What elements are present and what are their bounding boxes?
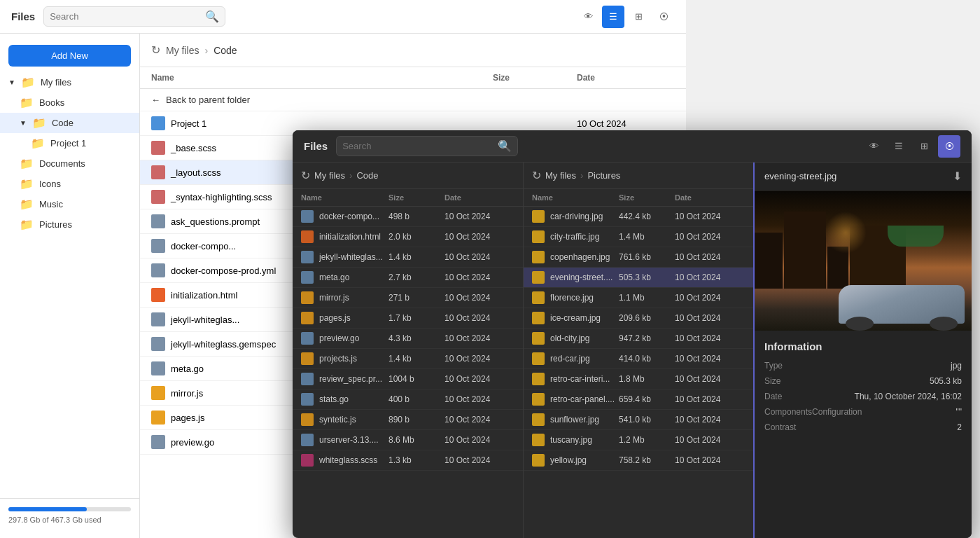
search-icon-dark: 🔍 (498, 139, 512, 153)
sidebar-item-documents[interactable]: 📁 Documents (0, 153, 139, 174)
scss-icon-dark-whiteglass (301, 454, 314, 467)
sidebar-item-myfiles[interactable]: ▼ 📁 My files (0, 72, 139, 92)
grid-view-btn[interactable]: ⊞ (627, 6, 650, 28)
dark-refresh-pictures[interactable]: ↻ (532, 169, 541, 182)
dark-row-mirror-js[interactable]: mirror.js 271 b 10 Oct 2024 (293, 288, 523, 308)
dark-list-btn[interactable]: ☰ (888, 135, 910, 158)
folder-icon-project1 (151, 116, 165, 130)
sidebar-item-icons[interactable]: 📁 Icons (0, 174, 139, 194)
gemspec-icon (151, 337, 165, 351)
dark-row-review[interactable]: review_spec.pr... 1004 b 10 Oct 2024 (293, 369, 523, 389)
info-label-date: Date (764, 392, 782, 401)
sidebar-item-code[interactable]: ▼ 📁 Code (0, 113, 139, 133)
breadcrumb-separator: › (204, 45, 208, 56)
scss-icon-syntax (151, 190, 165, 204)
eye-view-btn[interactable]: 👁 (577, 6, 599, 28)
info-filename: evening-street.jpg (764, 171, 836, 181)
txt-icon-dark-review (301, 373, 314, 385)
dark-row-florence[interactable]: florence.jpg 1.1 Mb 10 Oct 2024 (524, 288, 753, 308)
street-scene-preview (755, 191, 972, 331)
dark-breadcrumb-code: ↻ My files › Code (293, 163, 523, 189)
dark-grid-btn[interactable]: ⊞ (913, 135, 935, 158)
jpg-icon-old-city (532, 332, 545, 345)
breadcrumb-current: Code (214, 45, 237, 56)
dark-row-evening-street[interactable]: evening-street.... 505.3 kb 10 Oct 2024 (524, 268, 753, 288)
search-bar-light[interactable]: 🔍 (43, 6, 225, 27)
sidebar-label-pictures: Pictures (39, 219, 72, 230)
folder-project1-icon: 📁 (31, 137, 45, 150)
bc-myfiles-pictures[interactable]: My files (545, 170, 576, 181)
search-bar-dark[interactable]: 🔍 (336, 136, 518, 156)
folder-books-icon: 📁 (20, 96, 34, 109)
dark-row-yellow[interactable]: yellow.jpg 758.2 kb 10 Oct 2024 (524, 450, 753, 471)
yml-icon-prod (151, 263, 165, 277)
jpg-icon-copenhagen (532, 251, 545, 263)
jpg-icon-florence (532, 291, 545, 304)
dark-row-whiteglass-scss[interactable]: whiteglass.scss 1.3 kb 10 Oct 2024 (293, 450, 523, 471)
dark-row-sunflower[interactable]: sunflower.jpg 541.0 kb 10 Oct 2024 (524, 410, 753, 430)
sidebar-item-music[interactable]: 📁 Music (0, 194, 139, 214)
back-arrow-icon: ← (151, 95, 160, 105)
dark-row-docker[interactable]: docker-compo... 498 b 10 Oct 2024 (293, 207, 523, 227)
chevron-down-icon-code: ▼ (20, 119, 27, 127)
dark-row-jekyll[interactable]: jekyll-whiteglas... 1.4 kb 10 Oct 2024 (293, 247, 523, 268)
storage-bar-background (8, 507, 131, 511)
sidebar-label-icons: Icons (39, 179, 61, 189)
dark-row-car-driving[interactable]: car-driving.jpg 442.4 kb 10 Oct 2024 (524, 207, 753, 227)
dark-row-init-html[interactable]: initialization.html 2.0 kb 10 Oct 2024 (293, 227, 523, 247)
sidebar-item-project1[interactable]: 📁 Project 1 (0, 133, 139, 153)
scss-icon (151, 141, 165, 155)
dark-row-pages-js[interactable]: pages.js 1.7 kb 10 Oct 2024 (293, 308, 523, 329)
sidebar-item-books[interactable]: 📁 Books (0, 92, 139, 113)
dark-file-header-code: Name Size Date (293, 189, 523, 207)
col-date-dark-pic: Date (675, 193, 745, 202)
info-value-size: 505.3 kb (930, 376, 962, 386)
info-row-size: Size 505.3 kb (764, 376, 962, 386)
dark-eye-btn[interactable]: 👁 (862, 135, 885, 158)
dark-row-old-city[interactable]: old-city.jpg 947.2 kb 10 Oct 2024 (524, 329, 753, 349)
dark-row-retro-car-interi[interactable]: retro-car-interi... 1.8 Mb 10 Oct 2024 (524, 369, 753, 389)
sidebar-nav: ▼ 📁 My files 📁 Books ▼ 📁 Code 📁 Project … (0, 72, 139, 235)
columns-view-btn[interactable]: ⦿ (652, 6, 675, 28)
dark-row-stats-go[interactable]: stats.go 400 b 10 Oct 2024 (293, 389, 523, 410)
view-controls-light: 👁 ☰ ⊞ ⦿ (577, 6, 675, 28)
txt-icon-jekyll (151, 312, 165, 326)
refresh-button-light[interactable]: ↻ (151, 43, 160, 57)
dark-row-retro-car-panel[interactable]: retro-car-panel.... 659.4 kb 10 Oct 2024 (524, 389, 753, 410)
dark-columns-btn[interactable]: ⦿ (938, 135, 960, 158)
dark-row-projects-js[interactable]: projects.js 1.4 kb 10 Oct 2024 (293, 349, 523, 369)
car-silhouette (832, 261, 972, 331)
dark-row-urserver[interactable]: urserver-3.13.... 8.6 Mb 10 Oct 2024 (293, 430, 523, 450)
breadcrumb-root[interactable]: My files (166, 45, 199, 56)
list-view-btn[interactable]: ☰ (602, 6, 624, 28)
dark-row-red-car[interactable]: red-car.jpg 414.0 kb 10 Oct 2024 (524, 349, 753, 369)
search-input-dark[interactable] (342, 141, 493, 151)
info-label-size: Size (764, 376, 780, 386)
dark-row-preview-go[interactable]: preview.go 4.3 kb 10 Oct 2024 (293, 329, 523, 349)
dark-row-syntetic-js[interactable]: syntetic.js 890 b 10 Oct 2024 (293, 410, 523, 430)
search-input-light[interactable] (50, 11, 201, 22)
add-new-button[interactable]: Add New (8, 45, 131, 67)
info-value-components: "" (955, 407, 962, 417)
sidebar-item-pictures[interactable]: 📁 Pictures (0, 214, 139, 235)
back-to-parent[interactable]: ← Back to parent folder (140, 89, 686, 111)
download-button[interactable]: ⬇ (953, 170, 962, 183)
dark-row-ice-cream[interactable]: ice-cream.jpg 209.6 kb 10 Oct 2024 (524, 308, 753, 329)
dark-file-header-pictures: Name Size Date (524, 189, 753, 207)
dark-refresh-code[interactable]: ↻ (301, 169, 310, 182)
info-label-type: Type (764, 361, 783, 371)
bc-myfiles-code[interactable]: My files (314, 170, 345, 181)
dark-row-meta-go[interactable]: meta.go 2.7 kb 10 Oct 2024 (293, 268, 523, 288)
dark-pane-code: ↻ My files › Code Name Size Date docker-… (293, 163, 524, 538)
light-header: Files 🔍 👁 ☰ ⊞ ⦿ (0, 0, 686, 34)
go-icon-meta (151, 361, 165, 375)
sidebar-label-music: Music (39, 199, 63, 209)
info-value-date: Thu, 10 October 2024, 16:02 (855, 392, 962, 401)
wheel-left (846, 317, 874, 331)
dark-file-manager: Files 🔍 👁 ☰ ⊞ ⦿ ↻ My files › Code Name S… (293, 130, 972, 538)
sidebar-label-project1: Project 1 (50, 138, 86, 149)
dark-row-city-traffic[interactable]: city-traffic.jpg 1.4 Mb 10 Oct 2024 (524, 227, 753, 247)
dark-row-copenhagen[interactable]: copenhagen.jpg 761.6 kb 10 Oct 2024 (524, 247, 753, 268)
dark-row-tuscany[interactable]: tuscany.jpg 1.2 Mb 10 Oct 2024 (524, 430, 753, 450)
info-row-components: ComponentsConfiguration "" (764, 407, 962, 417)
